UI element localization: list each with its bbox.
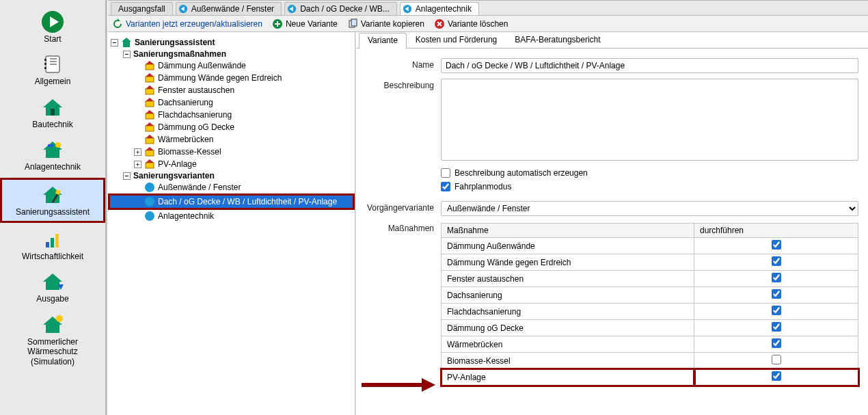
auto-desc-checkbox[interactable]: Beschreibung automatisch erzeugen [441,168,858,178]
tab-kosten[interactable]: Kosten und Förderung [407,32,506,48]
nav-sanierungsassistent[interactable]: Sanierungsassistent [0,178,105,223]
tab-label: Ausgangsfall [118,4,165,14]
collapse-icon[interactable]: − [111,39,118,46]
tree-label: Außenwände / Fenster [158,183,241,192]
predecessor-select[interactable]: Außenwände / Fenster [441,201,858,216]
notebook-icon [40,52,65,77]
tree-measure-item[interactable]: Dämmung oG Decke [108,121,355,133]
nav-anlagentechnik[interactable]: Anlagentechnik [0,135,105,176]
copy-variant-button[interactable]: Variante kopieren [347,18,424,29]
tree-measure-item[interactable]: +PV-Anlage [108,158,355,170]
do-cell [694,369,858,386]
nav-bautechnik[interactable]: Bautechnik [0,92,105,133]
tree-variant-item[interactable]: Außenwände / Fenster [108,181,355,193]
variant-icon [403,4,412,14]
do-checkbox[interactable] [772,371,781,381]
do-checkbox[interactable] [772,273,781,282]
measures-table: Maßnahmedurchführen Dämmung AußenwändeDä… [441,223,858,386]
tree-label: Dachsanierung [158,98,213,107]
tree-variant-item-selected[interactable]: Dach / oG Decke / WB / Luftdichtheit / P… [108,193,355,210]
tree-var-group[interactable]: −Sanierungsvarianten [108,170,355,181]
table-row: Wärmebrücken [442,336,858,353]
do-checkbox[interactable] [772,256,781,266]
do-cell [694,271,858,287]
tree-measure-item[interactable]: +Biomasse-Kessel [108,146,355,158]
plan-mode-checkbox[interactable]: Fahrplanmodus [441,182,858,191]
description-field[interactable] [441,79,858,161]
svg-marker-52 [146,147,154,150]
nav-wirtschaftlichkeit[interactable]: Wirtschaftlichkeit [0,224,105,265]
delete-variant-button[interactable]: Variante löschen [434,18,508,29]
svg-rect-18 [51,238,54,247]
tab-variante[interactable]: Variante [359,33,407,49]
collapse-icon[interactable]: − [123,172,131,180]
measure-icon [144,97,155,108]
tab-bafa[interactable]: BAFA-Beratungsbericht [506,32,609,48]
generate-variants-button[interactable]: Varianten jetzt erzeugen/aktualisieren [112,18,262,29]
new-variant-button[interactable]: Neue Variante [272,18,338,29]
svg-marker-54 [146,159,154,163]
tab-anlagentechnik[interactable]: Anlagentechnik [400,2,479,15]
form-panel: Variante Kosten und Förderung BAFA-Berat… [355,32,868,415]
tree-measure-item[interactable]: Dachsanierung [108,96,355,109]
do-checkbox[interactable] [772,322,781,332]
do-checkbox[interactable] [772,355,781,364]
nav-sommer[interactable]: Sommerlicher Wärmeschutz (Simulation) [0,310,105,371]
measure-cell: Wärmebrücken [442,336,694,353]
measure-cell: PV-Anlage [442,369,694,386]
do-checkbox[interactable] [772,289,781,299]
tab-dach[interactable]: Dach / oG Decke / WB... [284,2,397,15]
tree-measure-item[interactable]: Dämmung Außenwände [108,59,355,72]
table-row: Flachdachsanierung [442,304,858,320]
col-mass: Maßnahme [442,224,694,238]
tree-label: Dach / oG Decke / WB / Luftdichtheit / P… [158,197,337,206]
nav-label: Wirtschaftlichkeit [22,252,83,261]
svg-marker-27 [118,18,120,21]
do-checkbox[interactable] [772,240,781,250]
svg-rect-30 [275,23,280,25]
svg-marker-42 [146,85,154,89]
svg-rect-53 [146,163,154,168]
tree-measure-item[interactable]: Flachdachsanierung [108,109,355,121]
do-cell [694,336,858,353]
nav-label: Start [44,34,61,44]
house-icon [40,95,65,120]
nav-label: Anlagentechnik [25,162,81,172]
table-row: Dämmung oG Decke [442,320,858,336]
tree-measure-item[interactable]: Fenster austauschen [108,84,355,96]
do-checkbox[interactable] [772,306,781,315]
expand-icon[interactable]: + [134,148,141,156]
do-cell [694,304,858,320]
name-field[interactable] [441,58,858,73]
tab-aussenwaende[interactable]: Außenwände / Fenster [176,2,282,15]
do-checkbox[interactable] [772,338,781,348]
nav-start[interactable]: Start [0,7,105,48]
svg-marker-40 [146,73,154,77]
svg-rect-45 [146,113,154,119]
measure-icon [144,109,155,120]
collapse-icon[interactable]: − [123,51,131,58]
tree-variant-item[interactable]: Anlagentechnik [108,210,355,222]
tab-ausgangsfall[interactable]: Ausgangsfall [111,2,173,15]
nav-allgemein[interactable]: Allgemein [0,49,105,90]
measure-icon [144,60,155,71]
tree-root[interactable]: −Sanierungsassistent [108,36,355,49]
measure-cell: Dämmung Außenwände [442,238,694,254]
svg-rect-43 [146,101,154,107]
svg-point-56 [145,197,154,206]
svg-rect-10 [51,109,55,116]
svg-rect-12 [48,144,53,147]
tree-measure-item[interactable]: Wärmebrücken [108,133,355,146]
do-cell [694,320,858,336]
tree-mass-group[interactable]: −Sanierungsmaßnahmen [108,49,355,59]
left-navigation: Start Allgemein Bautechnik Anlagentechni… [0,0,106,415]
tree-label: Dämmung Wände gegen Erdreich [158,73,282,83]
nav-label: Sanierungsassistent [16,207,90,217]
chart-icon [40,227,65,252]
tree-measure-item[interactable]: Dämmung Wände gegen Erdreich [108,72,355,84]
expand-icon[interactable]: + [134,161,141,168]
nav-label: Allgemein [35,77,71,86]
do-cell [694,254,858,271]
nav-ausgabe[interactable]: Ausgabe [0,267,105,308]
svg-rect-51 [146,150,154,156]
